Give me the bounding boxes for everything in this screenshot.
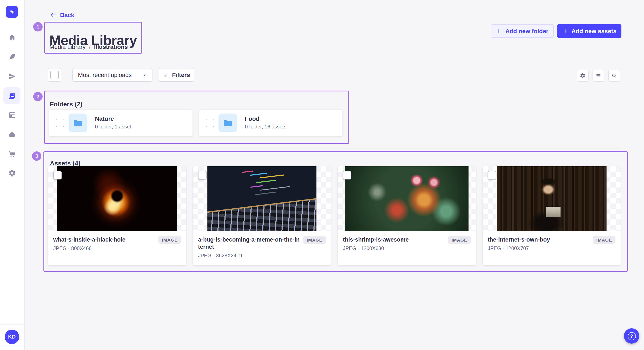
asset-card-black-hole[interactable]: what-s-inside-a-black-hole JPEG - 800X46…: [48, 166, 186, 265]
asset-checkbox[interactable]: [343, 171, 352, 179]
breadcrumb-separator: /: [89, 43, 91, 50]
asset-checkbox[interactable]: [53, 171, 62, 179]
annotation-badge-1: 1: [33, 22, 42, 31]
laptop-code-photo: [208, 166, 316, 231]
asset-checkbox[interactable]: [488, 171, 496, 179]
sort-dropdown-value: Most recent uploads: [78, 71, 132, 78]
annotation-badge-3: 3: [32, 151, 41, 161]
asset-title: what-s-inside-a-black-hole: [53, 236, 155, 243]
asset-meta: JPEG - 800X466: [53, 245, 155, 251]
sidebar-item-home[interactable]: [4, 29, 20, 46]
folder-card-nature[interactable]: Nature 0 folder, 1 asset: [49, 110, 192, 136]
user-avatar[interactable]: KD: [5, 330, 19, 344]
folder-meta: 0 folder, 16 assets: [245, 124, 286, 130]
sidebar-item-content-manager[interactable]: [4, 48, 20, 65]
asset-card-bug-meme[interactable]: a-bug-is-becoming-a-meme-on-the-internet…: [193, 166, 331, 265]
gear-icon: [8, 169, 16, 177]
asset-thumbnail: [193, 166, 331, 231]
plus-icon: [496, 28, 502, 34]
asset-type-badge: IMAGE: [593, 236, 616, 244]
asset-thumbnail: [482, 166, 620, 231]
chevron-down-icon: [142, 72, 147, 77]
media-library-icon: [8, 92, 16, 100]
asset-meta: JPEG - 1200X630: [343, 245, 445, 251]
sidebar-footer: KD: [0, 325, 24, 350]
cart-icon: [8, 150, 16, 158]
black-hole-photo: [57, 166, 178, 231]
sidebar-item-media-library[interactable]: [4, 87, 20, 104]
paper-plane-icon: [8, 72, 16, 80]
folder-name: Nature: [95, 115, 114, 122]
layout-icon: [8, 111, 16, 119]
folder-icon: [223, 118, 233, 128]
folders-heading: Folders (2): [50, 101, 82, 108]
filters-button[interactable]: Filters: [158, 68, 194, 82]
breadcrumb-current: Illustrations: [94, 43, 128, 50]
folder-card-food[interactable]: Food 0 folder, 16 assets: [199, 110, 342, 136]
asset-title: this-shrimp-is-awesome: [343, 236, 445, 243]
select-all-checkbox[interactable]: [50, 71, 59, 79]
asset-thumbnail: [338, 166, 476, 231]
asset-checkbox[interactable]: [198, 171, 206, 179]
asset-type-badge: IMAGE: [303, 236, 326, 244]
asset-title: a-bug-is-becoming-a-meme-on-the-internet: [198, 236, 300, 250]
folder-name: Food: [245, 115, 260, 122]
asset-thumbnail: [48, 166, 186, 231]
media-library-page: KD Back Media Library Media Library / Il…: [0, 0, 644, 350]
add-new-assets-button[interactable]: Add new assets: [557, 24, 622, 38]
asset-info: this-shrimp-is-awesome JPEG - 1200X630 I…: [338, 231, 476, 265]
main-nav-sidebar: KD: [0, 0, 25, 350]
back-link[interactable]: Back: [50, 11, 74, 18]
breadcrumb-parent[interactable]: Media Library: [50, 43, 86, 50]
folder-checkbox[interactable]: [56, 119, 64, 127]
section-divider: [48, 148, 620, 149]
asset-card-internet-boy[interactable]: the-internet-s-own-boy JPEG - 1200X707 I…: [482, 166, 620, 265]
assets-heading: Assets (4): [50, 160, 80, 167]
asset-info: a-bug-is-becoming-a-meme-on-the-internet…: [193, 231, 331, 265]
select-all-button[interactable]: [48, 68, 61, 82]
help-icon: ?: [628, 332, 636, 340]
search-icon: [611, 72, 617, 79]
folder-checkbox[interactable]: [206, 119, 214, 127]
sidebar-item-deploy[interactable]: [4, 126, 20, 143]
sidebar-divider: [0, 24, 24, 24]
cloud-icon: [8, 130, 16, 138]
feather-icon: [8, 52, 16, 61]
asset-info: what-s-inside-a-black-hole JPEG - 800X46…: [48, 231, 186, 265]
sidebar-item-settings[interactable]: [4, 165, 20, 181]
asset-card-shrimp[interactable]: this-shrimp-is-awesome JPEG - 1200X630 I…: [338, 166, 476, 265]
help-fab-button[interactable]: ?: [624, 328, 639, 344]
view-settings-button[interactable]: [577, 70, 589, 82]
folder-tile: [218, 114, 237, 132]
back-label: Back: [60, 11, 74, 18]
arrow-left-icon: [50, 11, 57, 18]
asset-type-badge: IMAGE: [448, 236, 471, 244]
annotation-badge-2: 2: [33, 92, 42, 101]
folder-icon: [73, 118, 83, 128]
asset-meta: JPEG - 3628X2419: [198, 253, 300, 259]
strapi-logo-icon: [8, 8, 16, 16]
search-button[interactable]: [608, 70, 620, 82]
asset-info: the-internet-s-own-boy JPEG - 1200X707 I…: [482, 231, 620, 265]
mantis-shrimp-photo: [345, 166, 468, 231]
list-view-button[interactable]: [592, 70, 604, 82]
asset-meta: JPEG - 1200X707: [488, 245, 590, 251]
sort-dropdown[interactable]: Most recent uploads: [72, 68, 152, 82]
asset-title: the-internet-s-own-boy: [488, 236, 590, 243]
add-new-folder-label: Add new folder: [505, 28, 548, 34]
add-new-assets-label: Add new assets: [572, 28, 616, 34]
sidebar-item-releases[interactable]: [4, 68, 20, 85]
sidebar-item-content-type-builder[interactable]: [4, 106, 20, 123]
filter-icon: [162, 72, 169, 78]
asset-type-badge: IMAGE: [158, 236, 181, 244]
strapi-logo[interactable]: [6, 6, 18, 18]
man-in-library-photo: [497, 166, 606, 231]
folder-meta: 0 folder, 1 asset: [95, 124, 131, 130]
folder-tile: [68, 114, 87, 132]
sidebar-item-marketplace[interactable]: [4, 145, 20, 162]
settings-icon: [580, 72, 586, 79]
home-icon: [8, 33, 16, 41]
add-new-folder-button[interactable]: Add new folder: [491, 24, 554, 38]
list-view-icon: [596, 72, 602, 79]
plus-icon: [562, 28, 568, 34]
